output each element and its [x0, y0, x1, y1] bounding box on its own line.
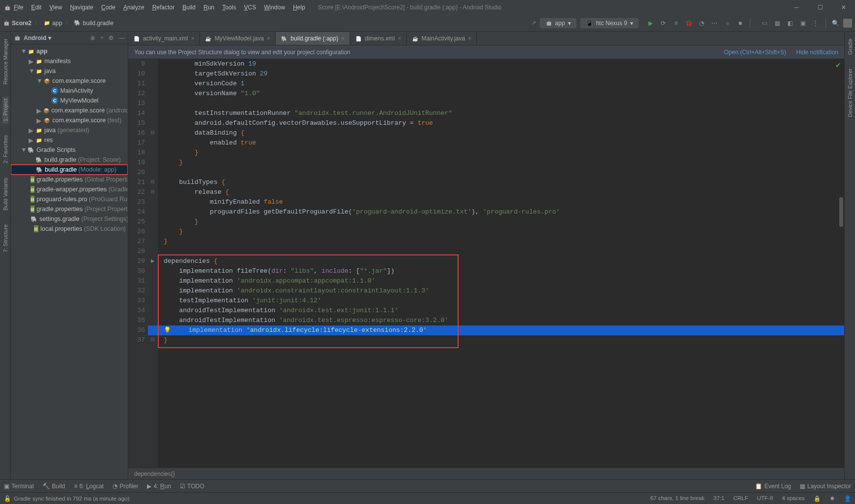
fold-gutter[interactable]: ⊟ — [148, 178, 158, 187]
menu-file[interactable]: File — [11, 2, 26, 12]
intention-bulb-icon[interactable]: 💡 — [164, 327, 171, 334]
code-line-13[interactable]: 13 — [128, 99, 844, 108]
code-content[interactable]: testImplementation 'junit:junit:4.12' — [158, 296, 844, 306]
code-breadcrumb[interactable]: dependencies{} — [128, 468, 844, 479]
project-view-select[interactable]: Android▾ — [24, 35, 51, 41]
code-line-20[interactable]: 20 — [128, 168, 844, 178]
status-item[interactable]: 4 spaces — [782, 495, 805, 502]
code-line-32[interactable]: 32 implementation 'androidx.constraintla… — [128, 286, 844, 296]
code-content[interactable]: buildTypes { — [158, 178, 844, 187]
close-tab-icon[interactable]: × — [398, 35, 401, 42]
bottom-tool-4-run[interactable]: ▶4: Run — [147, 483, 171, 490]
code-content[interactable]: minSdkVersion 19 — [158, 59, 844, 69]
code-line-27[interactable]: 27} — [128, 237, 844, 247]
close-button[interactable]: ✕ — [836, 4, 851, 11]
breadcrumb-item[interactable]: build.gradle — [83, 20, 113, 27]
close-tab-icon[interactable]: × — [191, 35, 194, 42]
user-avatar[interactable] — [843, 19, 852, 28]
tab-build-gradle-app-[interactable]: 🐘build.gradle (:app)× — [276, 32, 350, 45]
tree-item-java[interactable]: ▶📁java (generated) — [11, 125, 128, 135]
tree-item-myviewmodel[interactable]: CMyViewModel — [11, 96, 128, 106]
code-content[interactable]: enabled true — [158, 138, 844, 148]
code-line-28[interactable]: 28 — [128, 247, 844, 256]
tool-1-project[interactable]: 1: Project — [2, 97, 8, 123]
code-content[interactable]: implementation fileTree(dir: "libs", inc… — [158, 266, 844, 276]
tree-item-build-gradle[interactable]: 🐘build.gradle (Module: app) — [11, 165, 128, 175]
expand-arrow-icon[interactable]: ▼ — [36, 77, 41, 84]
code-line-25[interactable]: 25 } — [128, 217, 844, 227]
code-line-36[interactable]: 36💡 implementation 'androidx.lifecycle:l… — [128, 325, 844, 335]
tool-2-favorites[interactable]: 2: Favorites — [2, 133, 8, 165]
select-opened-icon[interactable]: ⊕ — [90, 35, 95, 41]
expand-arrow-icon[interactable]: ▶ — [36, 117, 41, 124]
code-content[interactable]: targetSdkVersion 29 — [158, 69, 844, 79]
menu-refactor[interactable]: Refactor — [149, 2, 178, 12]
fold-gutter[interactable]: ⊟ — [148, 187, 158, 197]
bottom-tool-profiler[interactable]: ◔Profiler — [112, 483, 138, 490]
menu-help[interactable]: Help — [290, 2, 308, 12]
tree-item-com-example-score[interactable]: ▶📦com.example.score (test) — [11, 115, 128, 125]
tree-item-build-gradle[interactable]: 🐘build.gradle (Project: Score) — [11, 155, 128, 165]
menu-run[interactable]: Run — [201, 2, 217, 12]
expand-icon[interactable]: ÷ — [100, 35, 104, 41]
menu-window[interactable]: Window — [261, 2, 288, 12]
maximize-button[interactable]: ☐ — [813, 4, 827, 11]
code-line-22[interactable]: 22⊟ release { — [128, 187, 844, 197]
expand-arrow-icon[interactable]: ▶ — [36, 107, 41, 114]
tree-item-java[interactable]: ▼📁java — [11, 66, 128, 76]
code-line-33[interactable]: 33 testImplementation 'junit:junit:4.12' — [128, 296, 844, 306]
avd-manager-icon[interactable]: ▭ — [760, 19, 768, 27]
code-content[interactable]: implementation 'androidx.appcompat:appco… — [158, 276, 844, 286]
code-line-10[interactable]: 10 targetSdkVersion 29 — [128, 69, 844, 79]
code-line-31[interactable]: 31 implementation 'androidx.appcompat:ap… — [128, 276, 844, 286]
profile-icon[interactable]: ◔ — [698, 19, 706, 27]
ide-status-icon[interactable]: ☻ — [829, 495, 835, 502]
code-content[interactable]: androidTestImplementation 'androidx.test… — [158, 306, 844, 316]
tree-item-mainactivity[interactable]: CMainActivity — [11, 86, 128, 96]
menu-edit[interactable]: Edit — [28, 2, 44, 12]
bottom-tool-6-logcat[interactable]: ≡6: Logcat — [74, 483, 104, 490]
bottom-tool-terminal[interactable]: ▣Terminal — [4, 483, 34, 490]
lock-icon[interactable]: 🔓 — [4, 495, 11, 502]
code-content[interactable]: } — [158, 148, 844, 158]
bottom-tool-event-log[interactable]: 📋Event Log — [755, 483, 791, 490]
fold-gutter[interactable]: ⊡ — [148, 335, 158, 345]
expand-arrow-icon[interactable]: ▼ — [21, 146, 26, 153]
menu-build[interactable]: Build — [179, 2, 199, 12]
sdk-manager-icon[interactable]: ▦ — [773, 19, 781, 27]
code-content[interactable]: androidTestImplementation 'androidx.test… — [158, 316, 844, 325]
code-line-26[interactable]: 26 } — [128, 227, 844, 237]
tree-item-proguard-rules-pro[interactable]: ▤proguard-rules.pro (ProGuard Rules) — [11, 194, 128, 204]
code-content[interactable]: minifyEnabled false — [158, 197, 844, 207]
scrollbar-thumb[interactable] — [839, 197, 843, 227]
bottom-tool-layout-inspector[interactable]: ▦Layout Inspector — [800, 483, 851, 490]
project-tree[interactable]: ▼📁app▶📁manifests▼📁java▼📦com.example.scor… — [11, 44, 128, 479]
code-content[interactable]: dataBinding { — [158, 128, 844, 138]
code-content[interactable]: } — [158, 217, 844, 227]
code-line-16[interactable]: 16⊟ dataBinding { — [128, 128, 844, 138]
menu-view[interactable]: View — [46, 2, 65, 12]
status-item[interactable]: UTF-8 — [757, 495, 773, 502]
breadcrumb[interactable]: 🤖 Score2 〉 📁 app 〉 🐘 build.gradle — [3, 19, 113, 27]
breadcrumb-item[interactable]: Score2 — [12, 20, 32, 27]
close-tab-icon[interactable]: × — [468, 35, 471, 42]
tab-activity-main-xml[interactable]: 📄activity_main.xml× — [128, 32, 200, 45]
search-icon[interactable]: 🔍 — [832, 20, 839, 27]
hide-panel-icon[interactable]: — — [119, 35, 125, 41]
code-line-11[interactable]: 11 versionCode 1 — [128, 79, 844, 89]
code-line-14[interactable]: 14 testInstrumentationRunner "androidx.t… — [128, 108, 844, 118]
hide-notification-link[interactable]: Hide notification — [796, 49, 838, 56]
settings-icon[interactable]: ⚙ — [108, 35, 114, 41]
tool-device-file-explorer[interactable]: Device File Explorer — [847, 67, 853, 119]
user-icon[interactable]: 👤 — [844, 495, 851, 502]
code-content[interactable]: versionName "1.0" — [158, 89, 844, 99]
fold-gutter[interactable]: ▶ — [148, 256, 158, 266]
tree-item-local-properties[interactable]: ▤local.properties (SDK Location) — [11, 224, 128, 234]
stop-button[interactable]: ■ — [736, 19, 744, 27]
code-content[interactable]: dependencies { — [158, 256, 844, 266]
code-line-15[interactable]: 15 android.defaultConfig.vectorDrawables… — [128, 118, 844, 128]
tool-build-variants[interactable]: Build Variants — [2, 176, 8, 213]
bottom-tool-todo[interactable]: ☑TODO — [180, 483, 204, 490]
expand-arrow-icon[interactable]: ▼ — [21, 48, 26, 55]
code-line-21[interactable]: 21⊟ buildTypes { — [128, 178, 844, 187]
